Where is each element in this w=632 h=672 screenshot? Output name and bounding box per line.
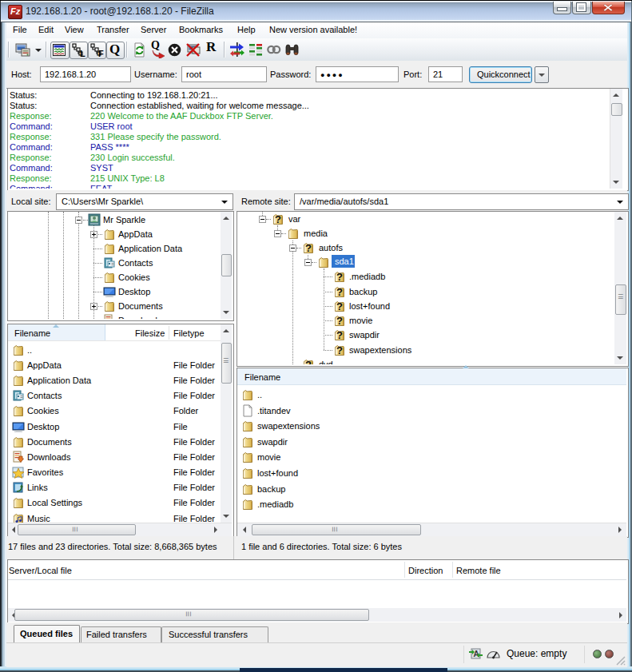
svg-text:L: L bbox=[80, 49, 85, 58]
svg-text:F: F bbox=[98, 49, 104, 58]
